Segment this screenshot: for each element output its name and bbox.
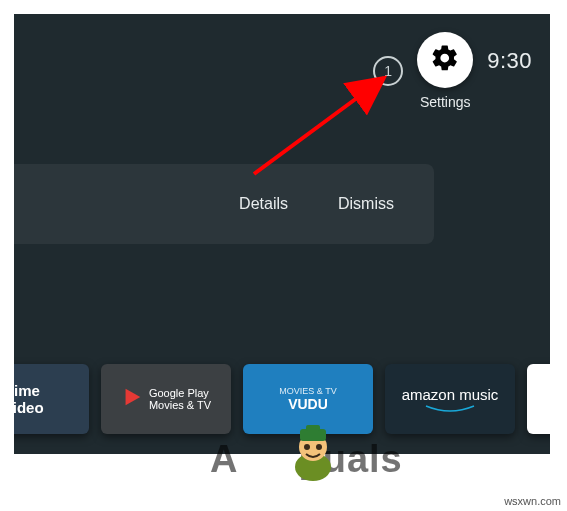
settings-block: Settings — [417, 32, 473, 110]
play-movies-icon — [121, 386, 143, 410]
watermark-mascot-icon — [286, 423, 340, 487]
app-row: rime video Google Play Movies & TV MOVIE… — [14, 364, 547, 434]
prime-video-label: rime video — [14, 382, 44, 416]
svg-marker-0 — [126, 388, 141, 405]
google-play-line2: Movies & TV — [149, 399, 211, 411]
source-attribution: wsxwn.com — [504, 495, 561, 507]
svg-point-12 — [316, 444, 322, 450]
svg-line-6 — [254, 78, 384, 174]
google-play-line1: Google Play — [149, 387, 211, 399]
amazon-smile-icon — [425, 405, 475, 413]
tv-home-screen: 1 Settings 9:30 Details Dismiss rime vid… — [14, 14, 550, 454]
settings-label: Settings — [420, 94, 471, 110]
app-tile-prime-video[interactable]: rime video — [14, 364, 89, 434]
clock: 9:30 — [487, 48, 532, 74]
app-tile-amazon-music[interactable]: amazon music — [385, 364, 515, 434]
gear-icon — [430, 43, 460, 77]
app-tile-google-play-movies[interactable]: Google Play Movies & TV — [101, 364, 231, 434]
dismiss-button[interactable]: Dismiss — [338, 195, 394, 213]
app-tile-play-store[interactable] — [527, 364, 550, 434]
notification-panel: Details Dismiss — [14, 164, 434, 244]
vudu-tagline: MOVIES & TV — [279, 386, 336, 396]
svg-point-11 — [304, 444, 310, 450]
vudu-brand: VUDU — [288, 396, 328, 412]
details-button[interactable]: Details — [239, 195, 288, 213]
notification-count: 1 — [384, 63, 392, 79]
notification-count-badge[interactable]: 1 — [373, 56, 403, 86]
settings-button[interactable] — [417, 32, 473, 88]
svg-rect-10 — [306, 425, 320, 431]
status-row: 1 Settings 9:30 — [373, 32, 532, 110]
amazon-music-label: amazon music — [402, 386, 499, 403]
